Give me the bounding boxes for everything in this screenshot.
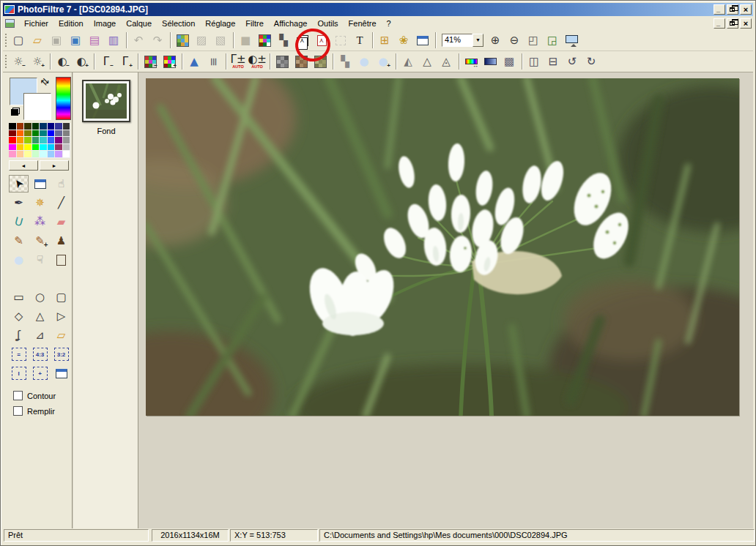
rotate-right-button[interactable]: ↻	[582, 53, 600, 70]
brush-tool[interactable]: ✎	[9, 232, 29, 250]
palette-color-15[interactable]	[63, 130, 71, 138]
remplir-checkbox[interactable]	[13, 406, 23, 416]
menu-filtre[interactable]: Filtre	[240, 18, 268, 29]
gamma-plus-button[interactable]: Γ+	[116, 53, 134, 70]
zoom-dropdown-icon[interactable]: ▼	[472, 34, 483, 47]
text-selection[interactable]: I	[9, 364, 29, 382]
saturation-minus-button[interactable]: −	[141, 53, 159, 70]
full-screen-button[interactable]	[563, 31, 580, 49]
zoom-in-button[interactable]: ⊕	[486, 31, 504, 49]
hand-tool[interactable]: ☝	[51, 175, 71, 192]
browse-photos-button[interactable]	[174, 31, 191, 49]
palette-color-8[interactable]	[9, 130, 17, 138]
palette-color-5[interactable]	[48, 123, 56, 130]
smudge-tool[interactable]: ●	[9, 251, 29, 269]
palette-color-38[interactable]	[55, 151, 63, 158]
child-restore-button[interactable]	[727, 18, 738, 29]
indexed-colors-button[interactable]	[256, 31, 273, 49]
layer-thumbnail[interactable]	[82, 80, 130, 122]
ratio-1-1[interactable]: =	[9, 345, 29, 363]
open-file-button[interactable]: ▱	[29, 31, 46, 49]
palette-color-10[interactable]	[24, 130, 32, 138]
selection-tool[interactable]: ➤	[9, 175, 29, 192]
palette-color-13[interactable]	[48, 130, 56, 138]
menu-fentre[interactable]: Fenêtre	[344, 18, 382, 29]
palette-color-33[interactable]	[17, 151, 25, 158]
palette-color-27[interactable]	[32, 144, 40, 152]
palette-color-29[interactable]	[48, 144, 56, 152]
palette-color-22[interactable]	[55, 137, 63, 144]
swap-colors-icon[interactable]: ⇄	[38, 75, 51, 88]
palette-color-28[interactable]	[40, 144, 48, 152]
ratio-4-3[interactable]: 4:3	[30, 345, 50, 363]
palette-color-19[interactable]	[32, 137, 40, 144]
minimize-button[interactable]: _	[714, 4, 725, 15]
selection-options[interactable]	[51, 364, 71, 382]
palette-color-30[interactable]	[55, 144, 63, 152]
finger-tool[interactable]: ☟	[30, 251, 50, 269]
flip-vertical-button[interactable]: ⊟	[544, 53, 562, 70]
palette-color-21[interactable]	[48, 137, 56, 144]
fill-tool[interactable]: U	[9, 213, 29, 231]
contrast-plus-button[interactable]: ◐+	[73, 53, 90, 70]
palette-color-37[interactable]	[48, 151, 56, 158]
blur-more-button[interactable]: ●+	[374, 53, 392, 70]
image-canvas[interactable]	[146, 78, 739, 416]
menu-slection[interactable]: Sélection	[157, 18, 200, 29]
text-button[interactable]: T	[351, 31, 368, 49]
layer-manager-tool[interactable]	[30, 175, 50, 192]
photomasque-filter-button[interactable]: ▩	[500, 53, 518, 70]
art-nozzle-tool[interactable]	[51, 251, 71, 269]
palette-color-20[interactable]	[40, 137, 48, 144]
plugin-manager-button[interactable]: ❀	[395, 31, 412, 49]
toolbar-grip[interactable]	[4, 54, 7, 69]
show-selection-button[interactable]: ■	[237, 31, 254, 49]
ellipse-selection[interactable]: ○	[30, 288, 50, 306]
palette-color-18[interactable]	[24, 137, 32, 144]
reset-colors-icon[interactable]	[11, 108, 20, 116]
sharpen-more-button[interactable]: ◬	[437, 53, 455, 70]
rect-selection[interactable]: ▭	[9, 288, 29, 306]
menu-affichage[interactable]: Affichage	[269, 18, 313, 29]
palette-color-24[interactable]	[9, 144, 17, 152]
brightness-minus-button[interactable]: ☼−	[10, 53, 27, 70]
flip-horizontal-button[interactable]: ◫	[525, 53, 543, 70]
palette-color-14[interactable]	[55, 130, 63, 138]
palette-next-button[interactable]: ►	[40, 160, 69, 171]
eraser-tool[interactable]: ▰	[51, 213, 71, 231]
zoom-out-button[interactable]: ⊖	[505, 31, 523, 49]
zoom-combo[interactable]: 41%▼	[442, 34, 483, 47]
eyedropper-tool[interactable]: ✒	[9, 194, 29, 212]
scan-button[interactable]: ▥	[105, 31, 122, 49]
contour-checkbox[interactable]	[13, 391, 23, 400]
palette-color-4[interactable]	[40, 123, 48, 130]
toolbar-grip[interactable]	[4, 33, 7, 48]
palette-color-39[interactable]	[63, 151, 71, 158]
diamond-selection[interactable]: ◇	[9, 307, 29, 325]
paste-as-selection-button[interactable]	[332, 31, 349, 49]
fit-image-button[interactable]: ◰	[525, 31, 542, 49]
clone-stamp-tool[interactable]: ♟	[51, 232, 71, 250]
triangle-selection[interactable]: △	[30, 307, 50, 325]
menu-calque[interactable]: Calque	[121, 18, 157, 29]
palette-color-12[interactable]	[40, 130, 48, 138]
palette-color-16[interactable]	[9, 137, 17, 144]
transparency-button[interactable]: ▚	[336, 53, 354, 70]
image-explorer-button[interactable]	[414, 31, 431, 49]
palette-color-23[interactable]	[63, 137, 71, 144]
palette-color-7[interactable]	[63, 123, 71, 130]
palette-color-35[interactable]	[32, 151, 40, 158]
save-as-button[interactable]: ▣	[67, 31, 84, 49]
palette-color-2[interactable]	[24, 123, 32, 130]
fit-window-button[interactable]: ◲	[544, 31, 561, 49]
zoom-value[interactable]: 41%	[442, 34, 472, 47]
menu-rglage[interactable]: Réglage	[200, 18, 240, 29]
saturation-plus-button[interactable]: +	[160, 53, 178, 70]
brightness-plus-button[interactable]: ☼+	[29, 53, 46, 70]
background-color-swatch[interactable]	[23, 93, 51, 120]
palette-color-34[interactable]	[24, 151, 32, 158]
palette-color-25[interactable]	[17, 144, 25, 152]
palette-color-36[interactable]	[40, 151, 48, 158]
print-button[interactable]: ▤	[86, 31, 103, 49]
grayscale-button[interactable]	[273, 53, 291, 70]
